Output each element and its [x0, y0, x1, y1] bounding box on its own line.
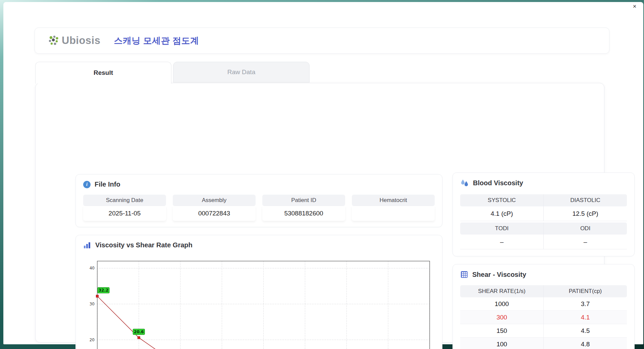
- field-value: 53088182600: [262, 206, 345, 221]
- field-value: 2025-11-05: [83, 206, 166, 221]
- blood-viscosity-table: SYSTOLICDIASTOLIC4.1 (cP)12.5 (cP)TODIOD…: [460, 193, 627, 249]
- bv-value-cell: –: [460, 235, 544, 249]
- content-panel: i File Info Scanning Date2025-11-05Assem…: [35, 83, 604, 343]
- bv-value-row: ––: [460, 235, 627, 249]
- shear-rate-column-header: SHEAR RATE(1/s): [460, 285, 544, 297]
- field-label: Scanning Date: [83, 195, 166, 206]
- file-info-field: Scanning Date2025-11-05: [83, 195, 166, 221]
- page-title: 스캐닝 모세관 점도계: [114, 35, 199, 47]
- ubiosis-logo: Ubiosis: [48, 35, 100, 47]
- field-label: Hematocrit: [352, 195, 435, 206]
- shear-viscosity-title-text: Shear - Viscosity: [472, 271, 526, 279]
- file-info-field: Patient ID53088182600: [262, 195, 345, 221]
- shear-table-row: 1504.5: [460, 324, 627, 338]
- graph-card: Viscosity vs Shear Rate Graph 1020304012…: [75, 235, 442, 349]
- shear-table-row: 10003.7: [460, 297, 627, 311]
- patient-viscosity-cell: 4.8: [544, 338, 627, 349]
- bv-header-cell: TODI: [460, 222, 544, 235]
- grid-table-icon: [460, 270, 468, 279]
- file-info-field: Hematocrit: [352, 195, 435, 221]
- shear-viscosity-card: Shear - Viscosity SHEAR RATE(1/s) PATIEN…: [452, 264, 635, 349]
- chart-svg: 102030401251050100150300100032.220.612.5…: [84, 254, 438, 349]
- shear-rate-cell: 100: [460, 338, 544, 349]
- patient-column-header: PATIENT(cp): [544, 285, 627, 297]
- field-label: Assembly: [173, 195, 256, 206]
- svg-text:20.6: 20.6: [134, 330, 144, 334]
- file-info-title-text: File Info: [95, 181, 120, 188]
- svg-text:30: 30: [90, 302, 95, 306]
- shear-table: SHEAR RATE(1/s) PATIENT(cp) 10003.73004.…: [460, 285, 627, 349]
- app-window: × Ubiosis 스캐닝 모세관 점도계 Result Raw Data i: [3, 2, 643, 344]
- bv-header-row: SYSTOLICDIASTOLIC: [460, 194, 627, 206]
- svg-text:32.2: 32.2: [99, 288, 109, 293]
- bv-value-cell: 12.5 (cP): [544, 206, 627, 221]
- viscosity-chart: 102030401251050100150300100032.220.612.5…: [84, 254, 438, 349]
- logo-text: Ubiosis: [62, 35, 100, 47]
- file-info-fields: Scanning Date2025-11-05Assembly000722843…: [83, 195, 435, 221]
- svg-text:20: 20: [90, 338, 95, 342]
- field-value: 000722843: [173, 206, 256, 221]
- file-info-card: i File Info Scanning Date2025-11-05Assem…: [75, 174, 442, 227]
- file-info-field: Assembly000722843: [173, 195, 256, 221]
- bv-value-cell: 4.1 (cP): [460, 206, 544, 221]
- blood-viscosity-card: Blood Viscosity SYSTOLICDIASTOLIC4.1 (cP…: [452, 172, 635, 256]
- droplets-icon: [460, 179, 469, 187]
- tab-result[interactable]: Result: [35, 62, 171, 84]
- blood-viscosity-title-text: Blood Viscosity: [473, 179, 523, 187]
- field-label: Patient ID: [262, 195, 345, 206]
- logo-dots-icon: [48, 35, 59, 46]
- bv-header-cell: DIASTOLIC: [544, 194, 627, 206]
- graph-title-text: Viscosity vs Shear Rate Graph: [95, 241, 193, 249]
- patient-viscosity-cell: 4.1: [544, 311, 627, 324]
- shear-table-row: 1004.8: [460, 338, 627, 349]
- shear-rate-cell: 150: [460, 324, 544, 337]
- bv-value-cell: –: [544, 235, 627, 249]
- bar-chart-icon: [83, 242, 91, 249]
- shear-table-row: 3004.1: [460, 311, 627, 324]
- file-info-title: i File Info: [83, 181, 120, 188]
- close-button[interactable]: ×: [631, 3, 639, 10]
- patient-viscosity-cell: 4.5: [544, 324, 627, 337]
- bv-value-row: 4.1 (cP)12.5 (cP): [460, 206, 627, 221]
- shear-rate-cell: 300: [460, 311, 544, 324]
- shear-table-header: SHEAR RATE(1/s) PATIENT(cp): [460, 285, 627, 297]
- blood-viscosity-title: Blood Viscosity: [460, 179, 523, 187]
- patient-viscosity-cell: 3.7: [544, 297, 627, 310]
- svg-text:40: 40: [90, 266, 95, 270]
- graph-title: Viscosity vs Shear Rate Graph: [83, 241, 193, 249]
- shear-table-rows: 10003.73004.11504.51004.8505.5109.1512.5…: [460, 297, 627, 349]
- bv-header-row: TODIODI: [460, 222, 627, 235]
- header-card: Ubiosis 스캐닝 모세관 점도계: [35, 28, 609, 54]
- shear-rate-cell: 1000: [460, 297, 544, 310]
- shear-viscosity-title: Shear - Viscosity: [460, 270, 526, 279]
- bv-header-cell: ODI: [544, 222, 627, 235]
- tab-raw-data[interactable]: Raw Data: [173, 62, 310, 83]
- field-value: [352, 206, 435, 221]
- info-icon: i: [83, 181, 91, 188]
- bv-header-cell: SYSTOLIC: [460, 194, 544, 206]
